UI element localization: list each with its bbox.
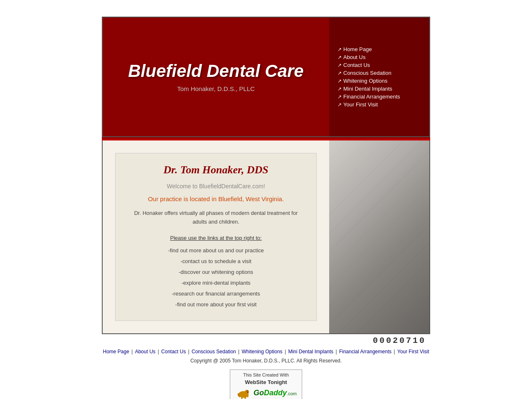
- nav-arrow-icon: ↗: [337, 62, 342, 68]
- footer-nav-link[interactable]: Financial Arrangements: [339, 349, 392, 355]
- links-header: Please use the links at the top right to…: [128, 235, 304, 241]
- content-right-image: [329, 140, 429, 333]
- nav-link[interactable]: ↗ Whitening Options: [337, 78, 421, 84]
- godaddy-dog-icon: [235, 387, 252, 399]
- footer-nav-separator: |: [156, 349, 160, 355]
- footer-nav-separator: |: [187, 349, 191, 355]
- godaddy-domain: .com: [287, 391, 297, 396]
- link-item: -find out more about your first visit: [128, 299, 304, 310]
- svg-point-6: [244, 395, 246, 399]
- site-title: Bluefield Dental Care: [128, 62, 303, 81]
- svg-point-7: [247, 393, 249, 397]
- red-divider: [102, 137, 430, 140]
- footer-nav-link[interactable]: Contact Us: [161, 349, 186, 355]
- nav-item: ↗ Contact Us: [337, 62, 421, 68]
- link-item: -discover our whitening options: [128, 267, 304, 278]
- nav-item: ↗ Your First Visit: [337, 101, 421, 108]
- nav-item: ↗ Mini Dental Implants: [337, 86, 421, 92]
- nav-item: ↗ Conscious Sedation: [337, 70, 421, 76]
- nav-arrow-icon: ↗: [337, 54, 342, 60]
- footer-nav-link[interactable]: About Us: [135, 349, 155, 355]
- visitor-counter: 00020710: [102, 334, 430, 347]
- godaddy-badge-box: This Site Created With WebSite Tonight G: [230, 369, 302, 399]
- footer-nav-link[interactable]: Whitening Options: [242, 349, 283, 355]
- nav-link[interactable]: ↗ About Us: [337, 54, 421, 60]
- nav-arrow-icon: ↗: [337, 78, 342, 84]
- footer-nav-separator: |: [130, 349, 134, 355]
- svg-point-5: [241, 395, 243, 399]
- nav-link[interactable]: ↗ Mini Dental Implants: [337, 86, 421, 92]
- footer-nav-separator: |: [237, 349, 241, 355]
- nav-item: ↗ Financial Arrangements: [337, 94, 421, 100]
- nav-link[interactable]: ↗ Your First Visit: [337, 101, 421, 108]
- copyright: Copyright @ 2005 Tom Honaker, D.D.S., PL…: [102, 356, 430, 365]
- nav-arrow-icon: ↗: [337, 94, 342, 100]
- counter-value: 00020710: [373, 336, 426, 345]
- nav-item: ↗ About Us: [337, 54, 421, 60]
- godaddy-badge-subtitle: WebSite Tonight: [235, 379, 297, 385]
- nav-item: ↗ Home Page: [337, 46, 421, 52]
- main-nav: ↗ Home Page↗ About Us↗ Contact Us↗ Consc…: [337, 44, 421, 109]
- content-box: Dr. Tom Honaker, DDS Welcome to Bluefiel…: [115, 153, 317, 321]
- svg-point-3: [247, 392, 248, 393]
- nav-arrow-icon: ↗: [337, 86, 342, 92]
- godaddy-text-logo: GoDaddy.com: [254, 389, 297, 397]
- godaddy-brand: GoDaddy: [254, 389, 287, 397]
- link-item: -contact us to schedule a visit: [128, 256, 304, 267]
- nav-link[interactable]: ↗ Home Page: [337, 46, 421, 52]
- footer-nav: Home Page | About Us | Contact Us | Cons…: [102, 347, 430, 356]
- footer-nav-link[interactable]: Conscious Sedation: [192, 349, 236, 355]
- nav-arrow-icon: ↗: [337, 102, 342, 108]
- location-text: Our practice is located in Bluefield, We…: [128, 195, 304, 202]
- nav-arrow-icon: ↗: [337, 70, 342, 76]
- link-item: -find out more about us and our practice: [128, 245, 304, 256]
- footer-nav-link[interactable]: Mini Dental Implants: [288, 349, 333, 355]
- nav-item: ↗ Whitening Options: [337, 78, 421, 84]
- nav-link[interactable]: ↗ Financial Arrangements: [337, 94, 421, 100]
- footer-nav-link[interactable]: Home Page: [103, 349, 129, 355]
- links-list: -find out more about us and our practice…: [128, 245, 304, 310]
- link-item: -explore mini-dental implants: [128, 278, 304, 288]
- footer-nav-separator: |: [392, 349, 397, 355]
- godaddy-badge-section: This Site Created With WebSite Tonight G: [102, 369, 430, 399]
- godaddy-logo: GoDaddy.com: [235, 387, 297, 399]
- footer-nav-separator: |: [283, 349, 288, 355]
- site-subtitle: Tom Honaker, D.D.S., PLLC: [177, 85, 255, 92]
- nav-arrow-icon: ↗: [337, 47, 342, 52]
- nav-link[interactable]: ↗ Contact Us: [337, 62, 421, 68]
- description-text: Dr. Honaker offers virtually all phases …: [128, 209, 304, 227]
- content-left: Dr. Tom Honaker, DDS Welcome to Bluefiel…: [103, 140, 329, 333]
- nav-link[interactable]: ↗ Conscious Sedation: [337, 70, 421, 76]
- header-nav-panel: ↗ Home Page↗ About Us↗ Contact Us↗ Consc…: [329, 17, 429, 136]
- link-item: -research our financial arrangements: [128, 288, 304, 299]
- welcome-text: Welcome to BluefieldDentalCare.com!: [128, 183, 304, 190]
- footer-nav-link[interactable]: Your First Visit: [397, 349, 429, 355]
- godaddy-badge-title: This Site Created With: [235, 372, 297, 377]
- footer-nav-separator: |: [334, 349, 338, 355]
- doctor-name: Dr. Tom Honaker, DDS: [128, 164, 304, 176]
- header-left-panel: Bluefield Dental Care Tom Honaker, D.D.S…: [103, 17, 329, 136]
